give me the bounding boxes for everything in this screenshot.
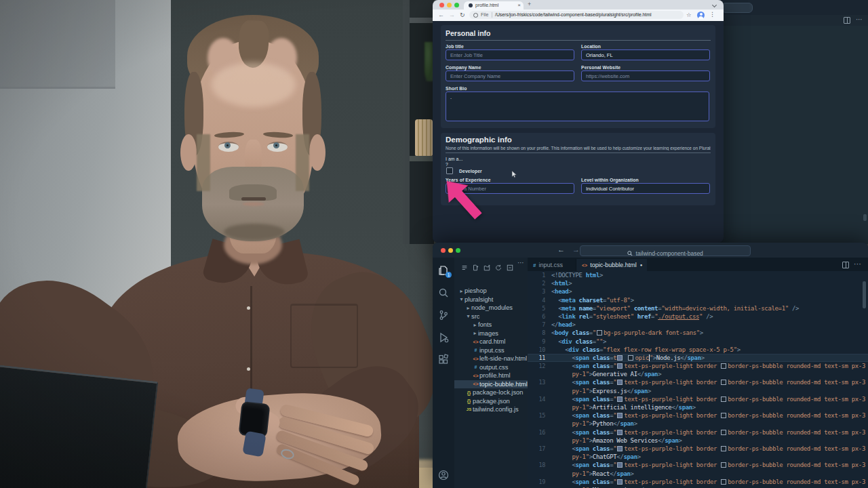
editor-actions-more-icon[interactable]: ⋯ [854,260,861,268]
open-editors-icon[interactable] [461,262,468,274]
color-swatch-icon [721,446,726,451]
line-number: 18 [528,461,551,469]
split-editor-icon[interactable] [844,17,850,24]
tree-item-package.json[interactable]: {}package.json [454,397,528,406]
browser-menu-icon[interactable]: ⋮ [709,11,715,18]
tree-item-card.html[interactable]: <>card.html [454,338,528,346]
tree-item-tailwind.config.js[interactable]: JStailwind.config.js [454,405,528,414]
extensions-icon[interactable] [437,354,450,366]
profile-avatar[interactable] [697,12,705,19]
tree-item-profile.html[interactable]: <>profile.html [454,371,528,380]
personal-website-label: Personal Website [581,65,620,70]
developer-checkbox[interactable] [446,167,453,174]
html-file-icon: <> [472,373,479,378]
command-center[interactable]: tailwind-component-based [580,245,751,256]
browser-tab[interactable]: profile.html × [464,1,524,9]
reload-icon[interactable]: ↻ [460,12,465,18]
run-debug-icon[interactable] [437,331,450,344]
token: " [613,429,616,436]
token: text-ps-purple-light border [624,445,720,452]
job-title-input[interactable] [446,49,574,60]
tree-item-left-side-nav.html[interactable]: <>left-side-nav.html [454,354,528,363]
tree-item-images[interactable]: ▸images [454,329,528,338]
new-file-icon[interactable] [472,262,479,274]
tree-item-pieshop[interactable]: ▸pieshop [454,287,528,296]
token: class [593,479,610,485]
back-icon[interactable]: ← [438,12,444,18]
token: " [613,396,616,403]
bg-vscode-tabbar: ⋯ [720,15,868,26]
tree-item-input.css[interactable]: #input.css [454,346,528,355]
modified-dot-icon[interactable]: ● [640,263,643,267]
token: class [583,346,599,353]
code-text: </head> [551,321,576,329]
minimize-window-button[interactable] [448,248,453,253]
location-input[interactable] [581,49,710,60]
history-forward-icon[interactable]: → [572,245,580,253]
code-editor[interactable]: 1<!DOCTYPE html>2<html>3<head>4 <meta ch… [528,271,868,488]
zoom-window-button[interactable] [454,3,459,7]
short-bio-textarea[interactable]: . [446,92,709,121]
tab-label: input.css [538,262,563,268]
search-icon[interactable] [437,287,450,299]
tab-topic-bubble-html[interactable]: <> topic-bubble.html ● [576,259,647,271]
split-editor-icon[interactable] [842,262,849,268]
js-file-icon: JS [465,407,473,411]
source-control-icon[interactable] [437,309,450,321]
new-tab-button[interactable]: + [528,1,531,7]
token: t [613,354,616,361]
code-line: 1<!DOCTYPE html> [528,271,868,279]
token: > [700,329,703,336]
tree-item-src[interactable]: ▾src [454,312,528,321]
css-file-icon: # [472,348,479,352]
page-info-icon[interactable] [473,13,478,18]
i-am-a-label: I am a... [446,157,462,161]
line-number: 6 [528,312,551,321]
editor-scrollbar[interactable] [863,281,866,308]
tree-item-package-lock.json[interactable]: {}package-lock.json [454,388,528,397]
collapse-folders-icon[interactable] [507,262,513,274]
code-line: 18 <span class="text-ps-purple-light bor… [528,461,868,469]
bg-vscode-command-center[interactable] [722,3,753,13]
new-folder-icon[interactable] [484,262,490,274]
tree-item-fonts[interactable]: ▸fonts [454,321,528,329]
bg-vscode-scrollbar[interactable] [863,214,867,221]
line-number: 17 [528,445,551,453]
tree-item-topic-bubble.html[interactable]: <>topic-bubble.html [454,380,528,389]
demographic-description: None of this information will be shown o… [446,146,711,150]
token: border-ps-bubble rounded-md text-sm px-3 [728,379,865,386]
token: class [593,396,610,403]
tree-item-output.css[interactable]: #output.css [454,363,528,372]
accounts-icon[interactable] [437,469,450,481]
views-more-icon[interactable]: ⋯ [517,259,524,266]
line-number: 2 [528,279,551,287]
refresh-icon[interactable] [495,262,502,274]
history-back-icon[interactable]: ← [557,245,565,253]
tab-input-css[interactable]: # input.css [528,259,576,271]
token: Generative AI [593,371,637,378]
explorer-icon[interactable]: 1 [437,264,450,277]
token: "stylesheet" [593,313,634,320]
tree-item-pluralsight[interactable]: ▾pluralsight [454,296,528,304]
close-window-button[interactable] [441,248,446,253]
tab-search-icon[interactable] [712,3,717,7]
zoom-window-button[interactable] [456,248,460,253]
company-name-input[interactable] [446,70,574,81]
token: "width=device-width, initial-scale=1" [661,305,789,312]
more-actions-icon[interactable]: ⋯ [856,16,863,23]
bookmark-star-icon[interactable]: ☆ [686,12,692,18]
tab-close-icon[interactable]: × [517,2,521,8]
line-number: 5 [528,304,551,312]
close-window-button[interactable] [439,3,444,7]
token: href [637,313,651,320]
line-number: 10 [528,346,551,354]
tree-item-node_modules[interactable]: ▸node_modules [454,304,528,312]
code-line: py-1">ChatGPT</span> [528,453,868,461]
token: class [593,363,610,369]
level-input[interactable] [581,183,710,194]
omnibox[interactable]: File /Users/jon-friskics/code/tailwind-c… [469,11,684,19]
minimize-window-button[interactable] [447,3,452,7]
personal-website-input[interactable] [581,70,710,81]
forward-icon[interactable]: → [449,12,455,18]
token: Express.js [593,388,627,394]
